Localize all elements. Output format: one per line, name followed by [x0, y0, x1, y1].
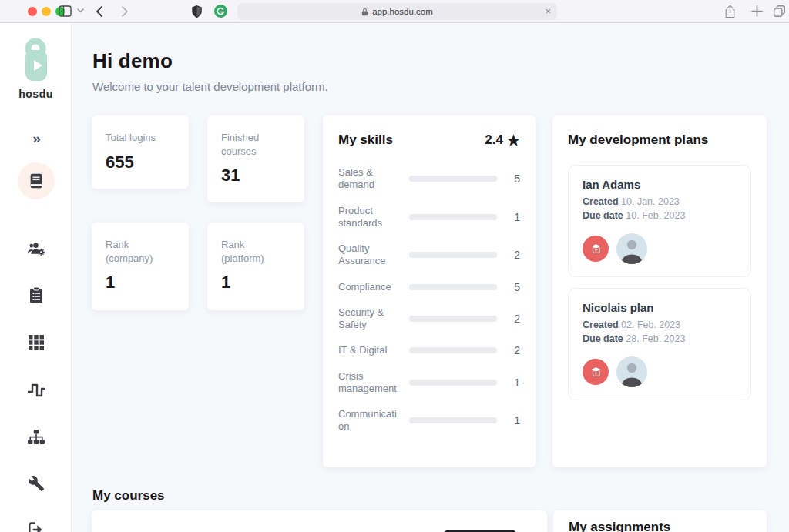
avatar [616, 233, 647, 264]
sidebar-item-logout[interactable] [0, 521, 72, 532]
skill-row: Sales & demand 5 [338, 166, 520, 192]
skill-bar-track [409, 380, 497, 386]
courses-title: My courses [92, 488, 165, 504]
grammarly-icon[interactable] [214, 5, 227, 18]
sitemap-icon [27, 429, 45, 446]
grid-icon [28, 334, 45, 351]
stat-value: 31 [221, 166, 290, 186]
skill-bar-track [409, 347, 497, 353]
due-date: 28. Feb. 2023 [626, 333, 685, 344]
my-assignments-card: My assignments [553, 510, 767, 532]
traffic-light-close[interactable] [28, 7, 37, 16]
hosdu-logo-icon [19, 38, 53, 82]
plan-name: Ian Adams [583, 178, 737, 191]
url-text: app.hosdu.com [372, 7, 433, 16]
chevron-down-icon[interactable] [77, 8, 84, 13]
skill-bar-track [409, 417, 497, 423]
sidebar-item-apps[interactable] [0, 334, 72, 351]
activity-pulse-icon [27, 382, 45, 399]
back-button-icon[interactable] [96, 6, 102, 17]
skill-row: IT & Digital 2 [338, 344, 520, 356]
skill-row: Compliance 5 [338, 281, 520, 293]
stat-card-finished-courses: Finished courses 31 [207, 115, 304, 202]
sidebar-item-tasks[interactable] [0, 286, 72, 305]
browser-chrome: app.hosdu.com × [0, 0, 789, 23]
skill-row: Quality Assurance 2 [338, 243, 520, 268]
created-date: 02. Feb. 2023 [621, 320, 680, 330]
created-label: Created [583, 320, 619, 330]
created-label: Created [583, 196, 619, 207]
share-icon[interactable] [724, 5, 736, 18]
skills-title: My skills [338, 132, 393, 148]
plan-created: Created 10. Jan. 2023 [583, 196, 737, 207]
stat-label: Total logins [106, 131, 175, 145]
logo-text: hosdu [0, 88, 72, 100]
tab-overview-icon[interactable] [773, 5, 786, 18]
stat-value: 1 [221, 273, 290, 293]
stat-label: Finished courses [221, 131, 275, 158]
page-subtitle: Welcome to your talent development platf… [92, 80, 328, 93]
created-date: 10. Jan. 2023 [621, 196, 680, 207]
skill-label: Product standards [338, 205, 401, 230]
sidebar-item-organization[interactable] [0, 429, 72, 446]
sidebar-item-courses[interactable] [0, 162, 72, 199]
stat-card-rank-platform: Rank (platform) 1 [207, 223, 304, 310]
clipboard-icon [29, 286, 44, 305]
skill-value: 2 [508, 344, 520, 356]
active-indicator [18, 162, 55, 199]
skill-row: Communication 1 [338, 408, 520, 433]
plan-item[interactable]: Ian Adams Created 10. Jan. 2023 Due date… [568, 165, 751, 277]
sidebar-item-activity[interactable] [0, 382, 72, 399]
sidebar-item-user-management[interactable] [0, 239, 72, 258]
app-logo: hosdu [0, 38, 72, 100]
sidebar-toggle-icon[interactable] [59, 5, 72, 17]
sidebar-expand-button[interactable]: » [0, 130, 72, 147]
skills-rating: 2.4 ★ [485, 132, 520, 148]
due-date: 10. Feb. 2023 [626, 210, 685, 221]
traffic-light-minimize[interactable] [42, 7, 51, 16]
skill-label: IT & Digital [338, 344, 401, 356]
new-tab-icon[interactable] [751, 5, 763, 17]
skill-bar-track [409, 214, 497, 220]
skill-row: Security & Safety 2 [338, 306, 520, 332]
plan-name: Nicolais plan [583, 301, 737, 314]
skill-value: 2 [508, 249, 520, 261]
skill-label: Compliance [338, 281, 401, 293]
skill-row: Crisis management 1 [338, 370, 520, 396]
privacy-shield-icon[interactable] [191, 5, 203, 18]
skill-bar-track [409, 252, 497, 258]
assignments-title: My assignments [569, 520, 670, 532]
sidebar-item-settings[interactable] [0, 475, 72, 492]
development-plans-card: My development plans Ian Adams Created 1… [552, 115, 767, 467]
due-label: Due date [583, 210, 623, 221]
logout-icon [27, 521, 45, 532]
book-icon [28, 172, 45, 189]
page-title: Hi demo [92, 49, 173, 73]
skill-value: 1 [508, 376, 520, 389]
page: app.hosdu.com × hosdu » [0, 0, 789, 532]
skill-label: Quality Assurance [338, 243, 401, 268]
course-badge-icon [583, 359, 609, 385]
star-icon: ★ [507, 133, 520, 148]
skill-value: 1 [508, 211, 520, 223]
forward-button-icon[interactable] [122, 6, 129, 17]
stat-label: Rank (company) [106, 238, 163, 265]
avatar [616, 356, 647, 387]
url-bar[interactable]: app.hosdu.com × [237, 3, 557, 20]
users-settings-icon [26, 239, 45, 258]
stat-value: 655 [106, 152, 175, 172]
clear-url-button[interactable]: × [545, 5, 551, 18]
skill-list: Sales & demand 5 Product standards 1 Qua… [338, 166, 520, 433]
skill-value: 1 [508, 414, 520, 427]
rating-value: 2.4 [485, 132, 503, 148]
stat-label: Rank (platform) [221, 238, 279, 265]
stat-card-rank-company: Rank (company) 1 [92, 223, 189, 310]
plan-due: Due date 28. Feb. 2023 [583, 333, 737, 344]
wrench-icon [28, 475, 45, 492]
skill-value: 5 [508, 281, 520, 293]
plan-created: Created 02. Feb. 2023 [583, 320, 737, 330]
skill-row: Product standards 1 [338, 205, 520, 230]
plan-item[interactable]: Nicolais plan Created 02. Feb. 2023 Due … [568, 288, 751, 400]
sidebar: hosdu » [0, 23, 72, 532]
skill-value: 2 [508, 313, 520, 325]
